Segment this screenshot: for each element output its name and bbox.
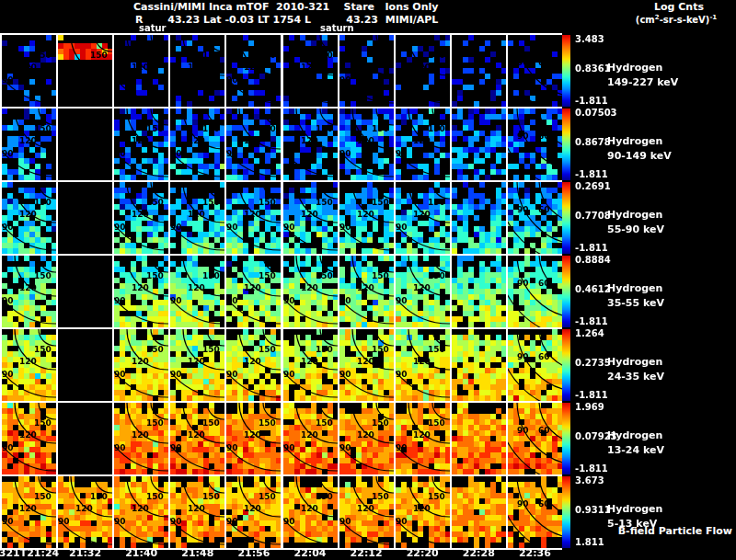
spectrogram-panel	[508, 109, 562, 180]
colorbar-units-title: Log Cnts	[635, 2, 723, 13]
colorbar-min-label: -1.811	[575, 169, 608, 179]
colorbar-mid-label: 0.8678	[575, 137, 611, 147]
colorbar-mid-label: 0.4612	[575, 284, 611, 294]
time-tick-label: 22:04	[278, 548, 342, 559]
spectrogram-panel	[452, 403, 506, 474]
spectrogram-panel	[396, 476, 450, 548]
spectrogram-panel	[508, 182, 562, 254]
spectrogram-panel	[58, 256, 112, 327]
time-tick-label: 321T21:24	[0, 548, 62, 559]
spectrogram-panel	[452, 35, 506, 107]
spectrogram-panel	[226, 182, 281, 254]
energy-range-label: 24-35 keV	[607, 371, 664, 383]
colorbar-min-label: 1.811	[575, 537, 604, 547]
colorbar-max-label: 0.07503	[575, 108, 617, 118]
spectrogram-panel	[283, 256, 338, 327]
spectrogram-panel	[396, 182, 450, 254]
spectrogram-panel	[226, 329, 281, 401]
spectrogram-panel	[114, 35, 168, 107]
spectrogram-panel	[339, 329, 394, 401]
spectrogram-panel	[396, 403, 450, 474]
spectrogram-panel	[396, 109, 450, 180]
colorbar-max-label: 3.483	[575, 34, 604, 44]
colorbar-units-formula: (cm2-sr-s-keV)-1	[618, 14, 734, 25]
species-label: Hydrogen	[607, 63, 662, 74]
spectrogram-panel	[58, 329, 112, 401]
species-label: Hydrogen	[607, 430, 662, 441]
spectrogram-panel	[170, 109, 224, 180]
time-tick-label: 22:20	[390, 548, 454, 559]
spectrogram-panel	[283, 35, 338, 107]
time-tick-label: 21:56	[222, 548, 286, 559]
spectrogram-panel	[452, 182, 506, 254]
spectrogram-panel	[2, 35, 56, 107]
spectrogram-panel-grid: 1501209015012090150120901501209015012090…	[0, 33, 562, 550]
spectrogram-panel	[339, 403, 394, 474]
time-tick-label: 21:32	[53, 548, 118, 559]
spectrogram-panel	[2, 403, 56, 474]
species-label: Hydrogen	[607, 210, 662, 221]
colorbar	[562, 256, 570, 327]
spectrogram-panel	[396, 256, 450, 327]
units-superscript-minus1: -1	[709, 14, 717, 21]
spectrogram-panel	[58, 182, 112, 254]
colorbar-min-label: -1.811	[575, 243, 608, 253]
spectrogram-panel	[452, 476, 506, 548]
time-tick-label: 22:12	[334, 548, 398, 559]
colorbar	[562, 329, 570, 401]
spectrogram-panel	[58, 403, 112, 474]
spectrogram-panel	[452, 109, 506, 180]
spectrogram-panel	[508, 329, 562, 401]
species-label: Hydrogen	[607, 357, 662, 368]
title-line1: Cassini/MIMI Inca mTOF 2010-321 Stare Io…	[133, 2, 439, 13]
colorbar-max-label: 1.969	[575, 402, 604, 412]
colorbar-max-label: 3.673	[575, 475, 604, 486]
time-tick-label: 22:36	[502, 548, 567, 559]
spectrogram-panel	[508, 476, 562, 548]
spectrogram-panel	[170, 403, 224, 474]
species-label: Hydrogen	[607, 283, 662, 294]
spectrogram-panel	[58, 109, 112, 180]
spectrogram-panel	[2, 109, 56, 180]
colorbar-mid-label: 0.9311	[575, 505, 611, 515]
spectrogram-panel	[339, 109, 394, 180]
colorbar-mid-label: 0.8361	[575, 63, 611, 74]
colorbar-mid-label: 0.7708	[575, 211, 611, 221]
spectrogram-panel	[170, 35, 224, 107]
spectrogram-panel	[2, 182, 56, 254]
spectrogram-panel	[508, 403, 562, 474]
spectrogram-panel	[226, 35, 281, 107]
spectrogram-panel	[114, 256, 168, 327]
spectrogram-panel	[339, 256, 394, 327]
spectrogram-panel	[226, 109, 281, 180]
spectrogram-panel	[58, 35, 112, 107]
spectrogram-panel	[283, 109, 338, 180]
species-label: Hydrogen	[607, 504, 662, 515]
energy-range-label: 55-90 keV	[607, 224, 664, 235]
units-prefix: (cm	[636, 15, 655, 25]
spectrogram-panel	[226, 403, 281, 474]
colorbar-min-label: -1.811	[575, 390, 608, 400]
colorbar-min-label: -1.811	[575, 316, 608, 326]
cassini-mimi-inca-display: Cassini/MIMI Inca mTOF 2010-321 Stare Io…	[0, 0, 736, 560]
colorbar	[562, 182, 570, 254]
energy-range-label: 90-149 keV	[607, 151, 672, 162]
spectrogram-panel	[170, 476, 224, 548]
energy-range-label: 13-24 keV	[607, 445, 664, 456]
energy-range-label: 149-227 keV	[607, 77, 678, 88]
colorbar	[562, 109, 570, 180]
spectrogram-panel	[114, 109, 168, 180]
colorbar	[562, 476, 570, 548]
spectrogram-panel	[283, 476, 338, 548]
spectrogram-panel	[114, 403, 168, 474]
title-line2-ephemeris: R 43.23 Lat -0.03 LT 1754 L 43.23 MIMI/A…	[135, 15, 438, 26]
spectrogram-panel	[283, 329, 338, 401]
spectrogram-panel	[2, 256, 56, 327]
spectrogram-panel	[339, 476, 394, 548]
spectrogram-panel	[2, 476, 56, 548]
spectrogram-panel	[452, 256, 506, 327]
colorbar-min-label: -1.811	[575, 96, 608, 106]
colorbar-max-label: 1.264	[575, 328, 604, 338]
colorbar-min-label: -1.811	[575, 463, 608, 474]
spectrogram-panel	[283, 182, 338, 254]
